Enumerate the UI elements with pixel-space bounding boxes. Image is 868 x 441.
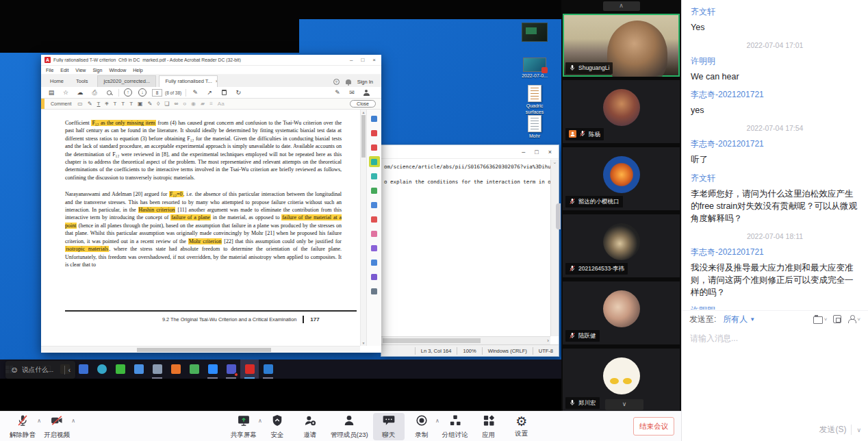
scroll-right-icon[interactable]: ›: [547, 338, 549, 344]
collapse-icon[interactable]: ‹: [68, 366, 71, 374]
taskbar-teams-icon[interactable]: [222, 360, 240, 379]
minimize-icon[interactable]: –: [350, 57, 353, 63]
notepad-window[interactable]: – □ × om/science/article/abs/pii/S016766…: [381, 145, 559, 356]
measure-tool[interactable]: [369, 286, 380, 297]
scroll-down-icon[interactable]: ▼: [361, 341, 366, 345]
minimize-icon[interactable]: –: [522, 149, 525, 155]
document-tab[interactable]: Fully rationalised T...×: [159, 75, 218, 87]
print-icon[interactable]: ⎙: [90, 89, 99, 97]
taskbar-app-blue-icon[interactable]: [74, 360, 92, 379]
file-button[interactable]: ˅: [813, 315, 828, 324]
replace-text-icon[interactable]: T: [121, 101, 125, 107]
sign-icon[interactable]: ✎: [190, 89, 200, 96]
toolbar-invite-button[interactable]: 邀请: [294, 413, 326, 440]
desktop-icon[interactable]: Quadric surfaces: [518, 85, 551, 116]
scroll-down-button[interactable]: ∨: [605, 399, 643, 410]
organize-pages-tool[interactable]: [369, 199, 380, 210]
participant-tile[interactable]: 郑川宏∨: [563, 349, 680, 412]
mention-button[interactable]: ˅: [847, 315, 860, 323]
send-button[interactable]: 发送(S): [819, 424, 846, 436]
redact-tool[interactable]: [369, 228, 380, 239]
caption-input[interactable]: 说点什么...: [22, 366, 60, 375]
desktop-icon[interactable]: Mohr: [518, 115, 551, 140]
add-text-icon[interactable]: T: [129, 101, 133, 107]
fill-color-icon[interactable]: ▰: [201, 101, 205, 107]
taskbar-matlab-icon[interactable]: [166, 360, 185, 379]
text-box-icon[interactable]: ▣: [138, 101, 143, 107]
chat-input[interactable]: 请输入消息...: [682, 328, 868, 418]
menu-item[interactable]: File: [46, 68, 53, 73]
export-pdf-tool[interactable]: [369, 127, 380, 138]
toolbar-record-button[interactable]: 录制∧: [406, 413, 437, 440]
taskbar-app-tool-icon[interactable]: [129, 360, 148, 379]
prepare-form-tool[interactable]: [369, 242, 380, 253]
menu-item[interactable]: Sign: [92, 68, 102, 73]
pdf-horizontal-scrollbar[interactable]: [41, 346, 360, 353]
document-tab[interactable]: jcs2020_corrected...: [97, 75, 156, 87]
toolbar-chat-button[interactable]: 聊天: [373, 413, 405, 440]
toolbar-mic-muted-button[interactable]: 解除静音∧: [6, 413, 39, 440]
attach-icon[interactable]: ∞: [174, 101, 178, 107]
participant-tile[interactable]: ShuguangLi: [563, 14, 680, 77]
participant-tile[interactable]: 2021264533-李祎: [563, 214, 680, 277]
edit-pencil-icon[interactable]: ✎: [333, 89, 342, 96]
menu-item[interactable]: Window: [109, 68, 126, 73]
sign-in-button[interactable]: Sign In: [357, 79, 373, 85]
underline-text-icon[interactable]: T: [97, 101, 101, 107]
close-tab-icon[interactable]: ×: [216, 79, 218, 84]
taskbar-photos-icon[interactable]: [259, 360, 277, 379]
end-meeting-button[interactable]: 结束会议: [633, 417, 674, 436]
search-tool[interactable]: [369, 113, 380, 124]
stamps-tool[interactable]: [369, 271, 380, 282]
acrobat-window[interactable]: A Fully rationalised T-W criterion_Ch9 i…: [41, 55, 381, 353]
toolbar-share-screen-button[interactable]: 共享屏幕∧: [227, 413, 260, 440]
strikethrough-text-icon[interactable]: T: [105, 101, 109, 107]
tab-home[interactable]: Home: [44, 76, 70, 87]
participant-tile[interactable]: 陈杨: [563, 80, 680, 143]
stamp-icon[interactable]: ❏: [164, 101, 169, 107]
create-pdf-tool[interactable]: [369, 142, 380, 153]
toolbar-breakout-button[interactable]: 分组讨论: [439, 413, 472, 440]
compress-pdf-tool[interactable]: [369, 214, 380, 225]
pin-icon[interactable]: ◉: [191, 101, 196, 107]
participant-tile[interactable]: 豁达的小樱桃口: [563, 147, 680, 210]
notification-bell-icon[interactable]: [346, 79, 351, 84]
save-icon[interactable]: ▤: [47, 89, 56, 96]
page-up-icon[interactable]: ↑: [123, 88, 133, 97]
page-down-icon[interactable]: ↓: [138, 88, 147, 97]
taskbar-wechat-icon[interactable]: [111, 360, 129, 379]
caption-bar[interactable]: ☺ 说点什么... ‹: [5, 361, 75, 379]
scroll-up-button[interactable]: ∧: [603, 1, 640, 11]
screenshot-button[interactable]: [833, 315, 841, 323]
taskbar-acrobat-reader-icon[interactable]: [240, 360, 259, 379]
taskbar-screenshot-tool-icon[interactable]: [185, 360, 203, 379]
mail-icon[interactable]: ✉: [347, 89, 357, 96]
toolbar-members-button[interactable]: 管理成员(23): [327, 413, 372, 440]
notepad-horizontal-scrollbar[interactable]: ›: [381, 336, 550, 344]
erase-icon[interactable]: ◊: [157, 101, 159, 107]
draw-icon[interactable]: ✎: [148, 101, 153, 107]
request-signatures-tool[interactable]: [369, 257, 380, 268]
find-icon[interactable]: [104, 90, 114, 95]
menu-item[interactable]: View: [75, 68, 86, 73]
desktop-thumbnail[interactable]: [522, 23, 548, 42]
maximize-icon[interactable]: □: [535, 149, 538, 155]
taskbar-word-document-icon[interactable]: [148, 360, 166, 379]
cloud-upload-icon[interactable]: ☁: [75, 89, 85, 96]
highlight-icon[interactable]: ✎: [88, 101, 92, 107]
taskbar-edge-browser-icon[interactable]: [92, 360, 111, 379]
page-number-field[interactable]: 8: [152, 89, 162, 97]
close-icon[interactable]: ×: [372, 57, 376, 63]
insert-text-icon[interactable]: T: [113, 101, 116, 107]
fill-sign-tool[interactable]: [369, 171, 380, 181]
toolbar-apps-button[interactable]: 应用: [473, 413, 505, 440]
close-comment-button[interactable]: Close: [350, 100, 376, 108]
scroll-up-icon[interactable]: ▲: [361, 110, 366, 114]
chevron-down-icon[interactable]: ▼: [750, 316, 755, 323]
line-weight-icon[interactable]: ≡: [209, 101, 213, 107]
chevron-down-icon[interactable]: ∨: [856, 427, 861, 433]
notepad-vertical-scrollbar[interactable]: ⌄: [550, 160, 559, 336]
chat-message-list[interactable]: 齐文轩Yes2022-07-04 17:01许明明We can hear李志奇-…: [682, 0, 868, 310]
shapes-icon[interactable]: ○: [183, 101, 186, 107]
desktop-icon[interactable]: 2022-07-0...: [518, 58, 551, 79]
